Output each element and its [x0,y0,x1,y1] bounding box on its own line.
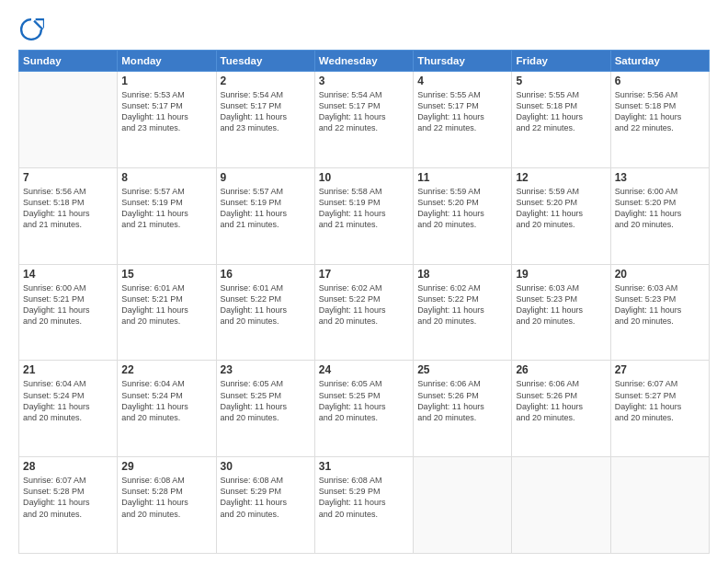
day-number: 22 [121,363,211,376]
day-number: 10 [319,171,409,184]
calendar-cell: 17Sunrise: 6:02 AM Sunset: 5:22 PM Dayli… [314,264,413,361]
day-info: Sunrise: 5:55 AM Sunset: 5:18 PM Dayligh… [516,89,606,134]
calendar-cell: 25Sunrise: 6:06 AM Sunset: 5:26 PM Dayli… [414,361,512,457]
calendar-cell: 27Sunrise: 6:07 AM Sunset: 5:27 PM Dayli… [610,361,709,457]
calendar-cell: 18Sunrise: 6:02 AM Sunset: 5:22 PM Dayli… [414,264,512,361]
day-info: Sunrise: 6:00 AM Sunset: 5:21 PM Dayligh… [23,282,113,327]
calendar-cell: 12Sunrise: 5:59 AM Sunset: 5:20 PM Dayli… [512,167,610,264]
day-info: Sunrise: 6:04 AM Sunset: 5:24 PM Dayligh… [23,378,113,423]
day-number: 29 [121,460,211,473]
calendar-cell: 8Sunrise: 5:57 AM Sunset: 5:19 PM Daylig… [118,167,216,264]
day-number: 6 [615,75,705,87]
weekday-header-monday: Monday [118,51,216,72]
calendar-week-3: 14Sunrise: 6:00 AM Sunset: 5:21 PM Dayli… [19,264,710,361]
day-info: Sunrise: 5:59 AM Sunset: 5:20 PM Dayligh… [516,186,606,231]
day-info: Sunrise: 5:56 AM Sunset: 5:18 PM Dayligh… [615,89,705,134]
day-number: 31 [319,460,409,473]
day-info: Sunrise: 5:53 AM Sunset: 5:17 PM Dayligh… [121,89,211,134]
day-number: 27 [615,363,705,376]
day-number: 12 [516,171,606,184]
calendar-cell: 24Sunrise: 6:05 AM Sunset: 5:25 PM Dayli… [314,361,413,457]
day-number: 13 [615,171,705,184]
calendar-cell: 13Sunrise: 6:00 AM Sunset: 5:20 PM Dayli… [610,167,709,264]
calendar-cell [19,72,118,168]
day-number: 14 [23,268,113,281]
day-number: 26 [516,363,606,376]
calendar-week-1: 1Sunrise: 5:53 AM Sunset: 5:17 PM Daylig… [19,72,710,168]
calendar-week-4: 21Sunrise: 6:04 AM Sunset: 5:24 PM Dayli… [19,361,710,457]
day-number: 8 [121,171,211,184]
day-number: 16 [221,268,311,281]
calendar-cell: 16Sunrise: 6:01 AM Sunset: 5:22 PM Dayli… [216,264,314,361]
day-info: Sunrise: 6:03 AM Sunset: 5:23 PM Dayligh… [516,282,606,327]
day-info: Sunrise: 6:08 AM Sunset: 5:29 PM Dayligh… [221,475,311,520]
calendar-cell: 1Sunrise: 5:53 AM Sunset: 5:17 PM Daylig… [118,72,216,168]
day-number: 9 [221,171,311,184]
logo-icon [18,17,44,42]
calendar-week-2: 7Sunrise: 5:56 AM Sunset: 5:18 PM Daylig… [19,167,710,264]
calendar-cell: 28Sunrise: 6:07 AM Sunset: 5:28 PM Dayli… [19,457,118,554]
calendar-cell: 2Sunrise: 5:54 AM Sunset: 5:17 PM Daylig… [216,72,314,168]
day-info: Sunrise: 6:01 AM Sunset: 5:22 PM Dayligh… [221,282,311,327]
day-number: 7 [23,171,113,184]
day-number: 1 [121,75,211,87]
calendar-cell: 23Sunrise: 6:05 AM Sunset: 5:25 PM Dayli… [216,361,314,457]
day-info: Sunrise: 6:06 AM Sunset: 5:26 PM Dayligh… [417,378,507,423]
calendar-cell [414,457,512,554]
day-number: 11 [417,171,507,184]
calendar-cell: 4Sunrise: 5:55 AM Sunset: 5:17 PM Daylig… [414,72,512,168]
calendar-cell: 31Sunrise: 6:08 AM Sunset: 5:29 PM Dayli… [314,457,413,554]
day-number: 4 [417,75,507,87]
calendar-cell: 21Sunrise: 6:04 AM Sunset: 5:24 PM Dayli… [19,361,118,457]
day-number: 2 [221,75,311,87]
day-number: 21 [23,363,113,376]
day-info: Sunrise: 6:04 AM Sunset: 5:24 PM Dayligh… [121,378,211,423]
calendar-week-5: 28Sunrise: 6:07 AM Sunset: 5:28 PM Dayli… [19,457,710,554]
calendar-cell: 10Sunrise: 5:58 AM Sunset: 5:19 PM Dayli… [314,167,413,264]
calendar-cell: 11Sunrise: 5:59 AM Sunset: 5:20 PM Dayli… [414,167,512,264]
day-info: Sunrise: 5:58 AM Sunset: 5:19 PM Dayligh… [319,186,409,231]
day-number: 23 [221,363,311,376]
day-info: Sunrise: 6:07 AM Sunset: 5:28 PM Dayligh… [23,475,113,520]
day-number: 3 [319,75,409,87]
weekday-header-sunday: Sunday [19,51,118,72]
day-info: Sunrise: 5:54 AM Sunset: 5:17 PM Dayligh… [221,89,311,134]
calendar-cell: 15Sunrise: 6:01 AM Sunset: 5:21 PM Dayli… [118,264,216,361]
day-info: Sunrise: 6:01 AM Sunset: 5:21 PM Dayligh… [121,282,211,327]
calendar-cell: 19Sunrise: 6:03 AM Sunset: 5:23 PM Dayli… [512,264,610,361]
calendar-cell [512,457,610,554]
day-number: 17 [319,268,409,281]
day-info: Sunrise: 6:08 AM Sunset: 5:28 PM Dayligh… [121,475,211,520]
calendar-cell: 5Sunrise: 5:55 AM Sunset: 5:18 PM Daylig… [512,72,610,168]
day-info: Sunrise: 6:00 AM Sunset: 5:20 PM Dayligh… [615,186,705,231]
day-info: Sunrise: 5:57 AM Sunset: 5:19 PM Dayligh… [221,186,311,231]
calendar-cell: 26Sunrise: 6:06 AM Sunset: 5:26 PM Dayli… [512,361,610,457]
calendar-cell [610,457,709,554]
day-info: Sunrise: 5:55 AM Sunset: 5:17 PM Dayligh… [417,89,507,134]
calendar-cell: 29Sunrise: 6:08 AM Sunset: 5:28 PM Dayli… [118,457,216,554]
calendar-cell: 7Sunrise: 5:56 AM Sunset: 5:18 PM Daylig… [19,167,118,264]
weekday-header-row: SundayMondayTuesdayWednesdayThursdayFrid… [19,51,710,72]
day-info: Sunrise: 5:57 AM Sunset: 5:19 PM Dayligh… [121,186,211,231]
day-number: 19 [516,268,606,281]
page: SundayMondayTuesdayWednesdayThursdayFrid… [0,0,728,563]
day-info: Sunrise: 6:08 AM Sunset: 5:29 PM Dayligh… [319,475,409,520]
logo [18,17,46,42]
weekday-header-friday: Friday [512,51,610,72]
calendar-cell: 20Sunrise: 6:03 AM Sunset: 5:23 PM Dayli… [610,264,709,361]
day-info: Sunrise: 6:05 AM Sunset: 5:25 PM Dayligh… [319,378,409,423]
day-number: 5 [516,75,606,87]
day-number: 20 [615,268,705,281]
weekday-header-wednesday: Wednesday [314,51,413,72]
calendar-cell: 22Sunrise: 6:04 AM Sunset: 5:24 PM Dayli… [118,361,216,457]
day-info: Sunrise: 5:54 AM Sunset: 5:17 PM Dayligh… [319,89,409,134]
calendar-cell: 14Sunrise: 6:00 AM Sunset: 5:21 PM Dayli… [19,264,118,361]
day-number: 24 [319,363,409,376]
day-number: 18 [417,268,507,281]
calendar-cell: 9Sunrise: 5:57 AM Sunset: 5:19 PM Daylig… [216,167,314,264]
weekday-header-thursday: Thursday [414,51,512,72]
weekday-header-saturday: Saturday [610,51,709,72]
day-info: Sunrise: 6:02 AM Sunset: 5:22 PM Dayligh… [319,282,409,327]
calendar-cell: 6Sunrise: 5:56 AM Sunset: 5:18 PM Daylig… [610,72,709,168]
day-info: Sunrise: 6:05 AM Sunset: 5:25 PM Dayligh… [221,378,311,423]
